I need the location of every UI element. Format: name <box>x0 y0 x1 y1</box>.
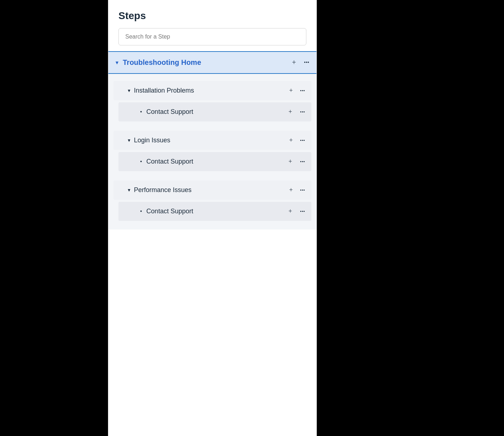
leaf-label: Contact Support <box>147 158 284 165</box>
category-item-login-issues[interactable]: ▾ Login Issues + ••• <box>113 131 311 150</box>
more-icon[interactable]: ••• <box>300 159 305 165</box>
leaf-item-contact-support-1[interactable]: • Contact Support + ••• <box>118 152 311 171</box>
panel-header: Steps <box>108 0 316 51</box>
tree-root: ▾ Troubleshooting Home + ••• ▾ Installat… <box>108 51 316 230</box>
more-icon[interactable]: ••• <box>300 138 305 143</box>
category-label: Installation Problems <box>134 87 285 94</box>
chevron-icon: ▾ <box>116 59 118 66</box>
leaf-item-contact-support-2[interactable]: • Contact Support + ••• <box>118 202 311 221</box>
category-label: Performance Issues <box>134 186 285 194</box>
children-area: ▾ Installation Problems + ••• • Contact … <box>108 74 316 230</box>
category-label: Login Issues <box>134 137 285 144</box>
more-icon[interactable]: ••• <box>300 88 305 94</box>
root-item-troubleshooting-home[interactable]: ▾ Troubleshooting Home + ••• <box>108 52 316 74</box>
more-icon[interactable]: ••• <box>300 187 305 193</box>
add-icon[interactable]: + <box>289 87 293 94</box>
category-item-installation-problems[interactable]: ▾ Installation Problems + ••• <box>113 81 311 100</box>
root-label: Troubleshooting Home <box>123 58 288 67</box>
panel-title: Steps <box>118 10 306 22</box>
chevron-icon: ▾ <box>128 88 130 94</box>
bullet-icon: • <box>140 109 142 115</box>
leaf-item-contact-support-0[interactable]: • Contact Support + ••• <box>118 102 311 121</box>
more-icon[interactable]: ••• <box>304 60 309 66</box>
section-gap <box>108 125 316 129</box>
add-icon[interactable]: + <box>289 137 293 144</box>
leaf-label: Contact Support <box>147 108 284 116</box>
add-icon[interactable]: + <box>289 186 293 194</box>
search-input[interactable] <box>118 28 306 45</box>
chevron-icon: ▾ <box>128 137 130 143</box>
bullet-icon: • <box>140 159 142 165</box>
chevron-icon: ▾ <box>128 187 130 193</box>
category-item-performance-issues[interactable]: ▾ Performance Issues + ••• <box>113 181 311 200</box>
add-icon[interactable]: + <box>288 208 292 215</box>
add-icon[interactable]: + <box>292 58 296 67</box>
more-icon[interactable]: ••• <box>300 109 305 115</box>
section-gap <box>108 175 316 178</box>
add-icon[interactable]: + <box>288 158 292 165</box>
leaf-label: Contact Support <box>147 208 284 215</box>
bullet-icon: • <box>140 208 142 215</box>
add-icon[interactable]: + <box>288 108 292 116</box>
more-icon[interactable]: ••• <box>300 209 305 214</box>
main-wrapper: Steps ▾ Troubleshooting Home + ••• ▾ Ins… <box>0 0 504 436</box>
steps-panel: Steps ▾ Troubleshooting Home + ••• ▾ Ins… <box>108 0 317 436</box>
